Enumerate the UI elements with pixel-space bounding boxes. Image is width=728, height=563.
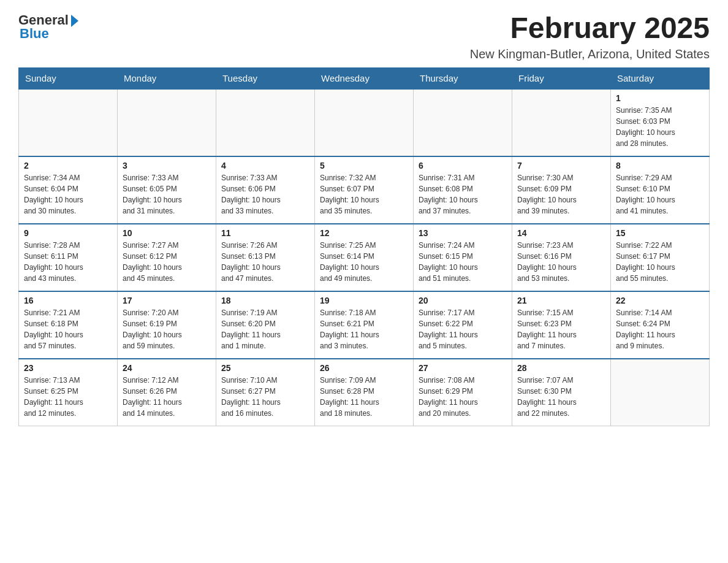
calendar-cell-w2-d5: 6Sunrise: 7:31 AM Sunset: 6:08 PM Daylig… [414, 156, 512, 224]
calendar-cell-w3-d3: 11Sunrise: 7:26 AM Sunset: 6:13 PM Dayli… [216, 224, 315, 291]
calendar-cell-w5-d3: 25Sunrise: 7:10 AM Sunset: 6:27 PM Dayli… [216, 359, 315, 426]
calendar-cell-w4-d1: 16Sunrise: 7:21 AM Sunset: 6:18 PM Dayli… [19, 291, 118, 359]
calendar-cell-w4-d2: 17Sunrise: 7:20 AM Sunset: 6:19 PM Dayli… [118, 291, 216, 359]
col-sunday: Sunday [19, 67, 118, 89]
day-info: Sunrise: 7:34 AM Sunset: 6:04 PM Dayligh… [24, 172, 112, 216]
day-number: 25 [221, 363, 309, 373]
day-number: 2 [24, 161, 112, 170]
day-info: Sunrise: 7:28 AM Sunset: 6:11 PM Dayligh… [24, 240, 112, 284]
day-number: 7 [517, 161, 605, 170]
day-number: 28 [517, 363, 605, 373]
calendar-cell-w1-d1 [19, 89, 118, 156]
week-row-5: 23Sunrise: 7:13 AM Sunset: 6:25 PM Dayli… [19, 359, 710, 426]
col-friday: Friday [512, 67, 611, 89]
day-info: Sunrise: 7:08 AM Sunset: 6:29 PM Dayligh… [419, 375, 507, 419]
calendar-cell-w4-d6: 21Sunrise: 7:15 AM Sunset: 6:23 PM Dayli… [512, 291, 611, 359]
day-info: Sunrise: 7:33 AM Sunset: 6:05 PM Dayligh… [123, 172, 211, 216]
calendar-cell-w5-d1: 23Sunrise: 7:13 AM Sunset: 6:25 PM Dayli… [19, 359, 118, 426]
day-number: 5 [320, 161, 408, 170]
day-number: 24 [123, 363, 211, 373]
day-info: Sunrise: 7:09 AM Sunset: 6:28 PM Dayligh… [320, 375, 408, 419]
calendar-cell-w3-d1: 9Sunrise: 7:28 AM Sunset: 6:11 PM Daylig… [19, 224, 118, 291]
week-row-2: 2Sunrise: 7:34 AM Sunset: 6:04 PM Daylig… [19, 156, 710, 224]
day-number: 12 [320, 228, 408, 238]
calendar-cell-w1-d7: 1Sunrise: 7:35 AM Sunset: 6:03 PM Daylig… [611, 89, 710, 156]
col-saturday: Saturday [611, 67, 710, 89]
calendar-cell-w2-d2: 3Sunrise: 7:33 AM Sunset: 6:05 PM Daylig… [118, 156, 216, 224]
title-section: February 2025 New Kingman-Butler, Arizon… [470, 12, 710, 61]
col-monday: Monday [118, 67, 216, 89]
day-info: Sunrise: 7:19 AM Sunset: 6:20 PM Dayligh… [221, 307, 309, 351]
day-info: Sunrise: 7:13 AM Sunset: 6:25 PM Dayligh… [24, 375, 112, 419]
day-number: 6 [419, 161, 507, 170]
week-row-1: 1Sunrise: 7:35 AM Sunset: 6:03 PM Daylig… [19, 89, 710, 156]
day-number: 4 [221, 161, 309, 170]
day-number: 19 [320, 296, 408, 305]
calendar-cell-w4-d5: 20Sunrise: 7:17 AM Sunset: 6:22 PM Dayli… [414, 291, 512, 359]
calendar-cell-w5-d6: 28Sunrise: 7:07 AM Sunset: 6:30 PM Dayli… [512, 359, 611, 426]
day-number: 9 [24, 228, 112, 238]
calendar-cell-w1-d5 [414, 89, 512, 156]
day-number: 21 [517, 296, 605, 305]
main-title: February 2025 [470, 12, 710, 45]
calendar-cell-w2-d6: 7Sunrise: 7:30 AM Sunset: 6:09 PM Daylig… [512, 156, 611, 224]
subtitle: New Kingman-Butler, Arizona, United Stat… [470, 47, 710, 61]
day-number: 1 [616, 93, 704, 103]
day-number: 16 [24, 296, 112, 305]
day-number: 13 [419, 228, 507, 238]
day-info: Sunrise: 7:33 AM Sunset: 6:06 PM Dayligh… [221, 172, 309, 216]
week-row-4: 16Sunrise: 7:21 AM Sunset: 6:18 PM Dayli… [19, 291, 710, 359]
day-info: Sunrise: 7:30 AM Sunset: 6:09 PM Dayligh… [517, 172, 605, 216]
calendar-cell-w1-d6 [512, 89, 611, 156]
calendar-cell-w2-d3: 4Sunrise: 7:33 AM Sunset: 6:06 PM Daylig… [216, 156, 315, 224]
calendar-cell-w3-d5: 13Sunrise: 7:24 AM Sunset: 6:15 PM Dayli… [414, 224, 512, 291]
day-info: Sunrise: 7:14 AM Sunset: 6:24 PM Dayligh… [616, 307, 704, 351]
calendar-cell-w3-d6: 14Sunrise: 7:23 AM Sunset: 6:16 PM Dayli… [512, 224, 611, 291]
calendar-cell-w5-d2: 24Sunrise: 7:12 AM Sunset: 6:26 PM Dayli… [118, 359, 216, 426]
day-number: 22 [616, 296, 704, 305]
day-info: Sunrise: 7:15 AM Sunset: 6:23 PM Dayligh… [517, 307, 605, 351]
calendar-cell-w1-d3 [216, 89, 315, 156]
calendar-cell-w4-d7: 22Sunrise: 7:14 AM Sunset: 6:24 PM Dayli… [611, 291, 710, 359]
day-number: 23 [24, 363, 112, 373]
day-number: 20 [419, 296, 507, 305]
day-info: Sunrise: 7:22 AM Sunset: 6:17 PM Dayligh… [616, 240, 704, 284]
day-number: 18 [221, 296, 309, 305]
day-info: Sunrise: 7:26 AM Sunset: 6:13 PM Dayligh… [221, 240, 309, 284]
logo-arrow-icon [71, 15, 78, 27]
day-number: 11 [221, 228, 309, 238]
calendar-cell-w2-d1: 2Sunrise: 7:34 AM Sunset: 6:04 PM Daylig… [19, 156, 118, 224]
day-info: Sunrise: 7:17 AM Sunset: 6:22 PM Dayligh… [419, 307, 507, 351]
day-info: Sunrise: 7:35 AM Sunset: 6:03 PM Dayligh… [616, 105, 704, 149]
calendar-cell-w2-d4: 5Sunrise: 7:32 AM Sunset: 6:07 PM Daylig… [315, 156, 414, 224]
day-number: 10 [123, 228, 211, 238]
day-number: 14 [517, 228, 605, 238]
day-number: 17 [123, 296, 211, 305]
logo: General Blue [18, 12, 78, 42]
day-number: 27 [419, 363, 507, 373]
calendar-cell-w5-d7 [611, 359, 710, 426]
day-info: Sunrise: 7:07 AM Sunset: 6:30 PM Dayligh… [517, 375, 605, 419]
page-header: General Blue February 2025 New Kingman-B… [18, 12, 710, 61]
day-info: Sunrise: 7:10 AM Sunset: 6:27 PM Dayligh… [221, 375, 309, 419]
day-number: 26 [320, 363, 408, 373]
calendar-header-row: Sunday Monday Tuesday Wednesday Thursday… [19, 67, 710, 89]
day-number: 15 [616, 228, 704, 238]
calendar-cell-w5-d5: 27Sunrise: 7:08 AM Sunset: 6:29 PM Dayli… [414, 359, 512, 426]
calendar-table: Sunday Monday Tuesday Wednesday Thursday… [18, 67, 710, 427]
col-tuesday: Tuesday [216, 67, 315, 89]
calendar-cell-w3-d2: 10Sunrise: 7:27 AM Sunset: 6:12 PM Dayli… [118, 224, 216, 291]
day-info: Sunrise: 7:32 AM Sunset: 6:07 PM Dayligh… [320, 172, 408, 216]
calendar-cell-w3-d7: 15Sunrise: 7:22 AM Sunset: 6:17 PM Dayli… [611, 224, 710, 291]
calendar-cell-w1-d4 [315, 89, 414, 156]
week-row-3: 9Sunrise: 7:28 AM Sunset: 6:11 PM Daylig… [19, 224, 710, 291]
day-number: 3 [123, 161, 211, 170]
day-info: Sunrise: 7:24 AM Sunset: 6:15 PM Dayligh… [419, 240, 507, 284]
calendar-cell-w3-d4: 12Sunrise: 7:25 AM Sunset: 6:14 PM Dayli… [315, 224, 414, 291]
day-info: Sunrise: 7:20 AM Sunset: 6:19 PM Dayligh… [123, 307, 211, 351]
day-info: Sunrise: 7:21 AM Sunset: 6:18 PM Dayligh… [24, 307, 112, 351]
calendar-cell-w4-d4: 19Sunrise: 7:18 AM Sunset: 6:21 PM Dayli… [315, 291, 414, 359]
calendar-cell-w2-d7: 8Sunrise: 7:29 AM Sunset: 6:10 PM Daylig… [611, 156, 710, 224]
calendar-cell-w1-d2 [118, 89, 216, 156]
calendar-cell-w5-d4: 26Sunrise: 7:09 AM Sunset: 6:28 PM Dayli… [315, 359, 414, 426]
